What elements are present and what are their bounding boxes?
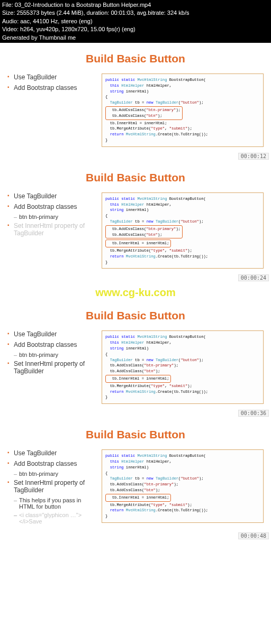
meta-generator: Generated by Thumbnail me [2, 34, 269, 42]
thumbnail-grid: Build Basic Button Use TagBuilderAdd Boo… [0, 43, 271, 541]
bullet-list: Use TagBuilderAdd Bootstrap classesbtn b… [7, 449, 97, 527]
timestamp-badge: 00:00:24 [238, 274, 269, 281]
bullet-item: Use TagBuilder [7, 449, 97, 457]
slide-title: Build Basic Button [7, 52, 264, 65]
bullet-item: btn btn-primary [7, 471, 97, 477]
code-snippet: public static MvcHtmlString BootstrapBut… [102, 449, 264, 523]
timestamp-badge: 00:00:36 [238, 410, 269, 417]
bullet-item: btn btn-primary [7, 214, 97, 220]
thumbnail-slide: Build Basic Button Use TagBuilderAdd Boo… [0, 43, 271, 162]
bullet-list: Use TagBuilderAdd Bootstrap classesbtn b… [7, 330, 97, 378]
bullet-item: Use TagBuilder [7, 330, 97, 338]
bullet-list: Use TagBuilderAdd Bootstrap classes [7, 73, 97, 95]
meta-audio: Audio: aac, 44100 Hz, stereo (eng) [2, 17, 269, 25]
watermark: www.cg-ku.com [0, 283, 271, 300]
video-metadata: File: 03_02-Introduction to a Bootstrap … [0, 0, 271, 43]
bullet-list: Use TagBuilderAdd Bootstrap classesbtn b… [7, 192, 97, 240]
slide-title: Build Basic Button [7, 309, 264, 322]
bullet-item: Set InnerHtml property of TagBuilder [7, 222, 97, 237]
thumbnail-slide: Build Basic Button Use TagBuilderAdd Boo… [0, 162, 271, 284]
code-snippet: public static MvcHtmlString BootstrapBut… [102, 192, 264, 269]
code-snippet: public static MvcHtmlString BootstrapBut… [102, 73, 264, 147]
thumbnail-slide: Build Basic Button Use TagBuilderAdd Boo… [0, 300, 271, 419]
slide-title: Build Basic Button [7, 428, 264, 441]
timestamp-badge: 00:00:12 [238, 153, 269, 160]
bullet-item: <i class="glyphicon …"></i>Save [7, 512, 97, 525]
thumbnail-slide: Build Basic Button Use TagBuilderAdd Boo… [0, 419, 271, 541]
slide-title: Build Basic Button [7, 171, 264, 184]
bullet-item: btn btn-primary [7, 352, 97, 358]
bullet-item: Use TagBuilder [7, 192, 97, 200]
meta-video: Video: h264, yuv420p, 1280x720, 15.00 fp… [2, 25, 269, 33]
meta-file: File: 03_02-Introduction to a Bootstrap … [2, 1, 269, 9]
bullet-item: Add Bootstrap classes [7, 341, 97, 348]
bullet-item: This helps if you pass in HTML for butto… [7, 497, 97, 510]
bullet-item: Set InnerHtml property of TagBuilder [7, 479, 97, 494]
bullet-item: Add Bootstrap classes [7, 460, 97, 467]
bullet-item: Add Bootstrap classes [7, 84, 97, 91]
bullet-item: Use TagBuilder [7, 73, 97, 81]
bullet-item: Set InnerHtml property of TagBuilder [7, 360, 97, 375]
meta-size: Size: 2555373 bytes (2.44 MiB), duration… [2, 9, 269, 17]
code-snippet: public static MvcHtmlString BootstrapBut… [102, 330, 264, 404]
bullet-item: Add Bootstrap classes [7, 203, 97, 210]
timestamp-badge: 00:00:48 [238, 532, 269, 539]
